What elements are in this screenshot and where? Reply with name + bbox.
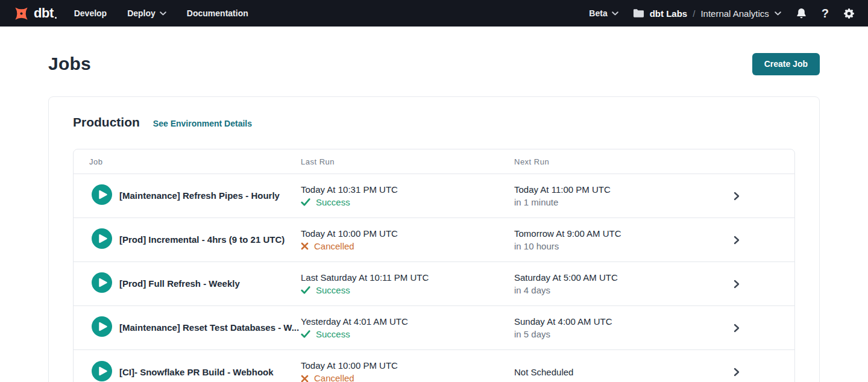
job-name[interactable]: [Maintenance] Reset Test Databases - W..… <box>119 322 299 333</box>
environment-name: Production <box>73 115 140 130</box>
next-run-relative: in 4 days <box>514 284 728 296</box>
page-title: Jobs <box>48 54 91 74</box>
beta-label: Beta <box>589 8 607 18</box>
last-run-time: Yesterday At 4:01 AM UTC <box>301 316 514 328</box>
x-icon <box>301 242 309 250</box>
last-run-status: Success <box>301 196 514 208</box>
next-run-time: Today At 11:00 PM UTC <box>514 184 728 196</box>
next-run-time: Saturday At 5:00 AM UTC <box>514 272 728 284</box>
table-row[interactable]: [Maintenance] Refresh Pipes - Hourly Tod… <box>74 174 794 218</box>
job-name[interactable]: [Prod] Incremental - 4hrs (9 to 21 UTC) <box>119 234 285 245</box>
last-run-status: Success <box>301 328 514 340</box>
job-play-cell <box>92 228 119 251</box>
beta-dropdown[interactable]: Beta <box>589 8 618 18</box>
last-run-cell: Today At 10:00 PM UTC Cancelled <box>301 228 514 252</box>
table-row[interactable]: [CI]- Snowflake PR Build - Webhook Today… <box>74 350 794 382</box>
chevron-down-icon <box>775 11 781 16</box>
status-label: Cancelled <box>314 240 354 252</box>
last-run-cell: Today At 10:31 PM UTC Success <box>301 184 514 208</box>
status-label: Success <box>316 328 350 340</box>
create-job-button[interactable]: Create Job <box>752 53 820 75</box>
column-header-job: Job <box>89 157 301 166</box>
last-run-time: Today At 10:00 PM UTC <box>301 360 514 372</box>
row-chevron-cell <box>728 236 740 245</box>
main-nav: Develop Deploy Documentation <box>74 8 248 18</box>
jobs-table: Job Last Run Next Run [Maintenance] Refr… <box>73 149 795 382</box>
environment-header: Production See Environment Details <box>73 115 795 132</box>
chevron-right-icon[interactable] <box>734 324 740 333</box>
chevron-right-icon[interactable] <box>734 368 740 377</box>
table-row[interactable]: [Prod] Full Refresh - Weekly Last Saturd… <box>74 262 794 306</box>
chevron-right-icon[interactable] <box>734 192 740 201</box>
gear-icon <box>843 8 855 19</box>
row-chevron-cell <box>728 280 740 289</box>
next-run-time: Not Scheduled <box>514 366 728 378</box>
last-run-cell: Today At 10:00 PM UTC Cancelled <box>301 360 514 382</box>
bell-icon <box>796 7 807 19</box>
nav-item-label: Develop <box>74 8 107 18</box>
check-icon <box>301 286 310 295</box>
last-run-status: Success <box>301 284 514 296</box>
run-job-play-icon[interactable] <box>92 272 112 293</box>
next-run-cell: Sunday At 4:00 AM UTC in 5 days <box>514 316 728 340</box>
column-header-next-run: Next Run <box>514 157 779 166</box>
job-name-cell: [Maintenance] Refresh Pipes - Hourly <box>119 190 301 201</box>
see-environment-details-link[interactable]: See Environment Details <box>153 119 252 128</box>
last-run-time: Today At 10:00 PM UTC <box>301 228 514 240</box>
last-run-time: Last Saturday At 10:11 PM UTC <box>301 272 514 284</box>
help-icon: ? <box>822 7 829 19</box>
next-run-relative: in 1 minute <box>514 196 728 208</box>
job-play-cell <box>92 316 119 339</box>
job-play-cell <box>92 184 119 207</box>
dbt-logo[interactable]: dbt <box>13 5 54 22</box>
project-name: Internal Analytics <box>700 8 769 19</box>
job-name-cell: [Prod] Incremental - 4hrs (9 to 21 UTC) <box>119 234 301 245</box>
next-run-relative: in 10 hours <box>514 240 728 252</box>
job-name[interactable]: [Prod] Full Refresh - Weekly <box>119 278 240 289</box>
last-run-time: Today At 10:31 PM UTC <box>301 184 514 196</box>
dbt-logo-icon <box>13 5 30 22</box>
nav-item-develop[interactable]: Develop <box>74 8 107 18</box>
jobs-table-header: Job Last Run Next Run <box>74 149 794 174</box>
column-header-last-run: Last Run <box>301 157 514 166</box>
job-play-cell <box>92 272 119 295</box>
job-name[interactable]: [Maintenance] Refresh Pipes - Hourly <box>119 190 280 201</box>
dbt-logo-wordmark: dbt <box>34 7 54 20</box>
next-run-cell: Tomorrow At 9:00 AM UTC in 10 hours <box>514 228 728 252</box>
nav-item-label: Deploy <box>127 8 156 18</box>
run-job-play-icon[interactable] <box>92 316 112 337</box>
last-run-cell: Yesterday At 4:01 AM UTC Success <box>301 316 514 340</box>
last-run-status: Cancelled <box>301 240 514 252</box>
job-name-cell: [Maintenance] Reset Test Databases - W..… <box>119 322 301 333</box>
page-header: Jobs Create Job <box>48 51 820 77</box>
check-icon <box>301 198 310 207</box>
project-switcher[interactable]: dbt Labs / Internal Analytics <box>633 8 781 19</box>
status-label: Success <box>316 196 350 208</box>
chevron-down-icon <box>160 11 166 16</box>
environment-card: Production See Environment Details Job L… <box>48 96 820 382</box>
job-name-cell: [Prod] Full Refresh - Weekly <box>119 278 301 289</box>
job-name-cell: [CI]- Snowflake PR Build - Webhook <box>119 367 301 378</box>
run-job-play-icon[interactable] <box>92 184 112 205</box>
help-button[interactable]: ? <box>822 7 829 19</box>
chevron-right-icon[interactable] <box>734 280 740 289</box>
nav-item-deploy[interactable]: Deploy <box>127 8 166 18</box>
run-job-play-icon[interactable] <box>92 361 112 381</box>
settings-button[interactable] <box>843 8 855 19</box>
x-icon <box>301 375 309 382</box>
check-icon <box>301 330 310 339</box>
folder-icon <box>633 8 644 18</box>
job-name[interactable]: [CI]- Snowflake PR Build - Webhook <box>119 367 274 377</box>
table-row[interactable]: [Maintenance] Reset Test Databases - W..… <box>74 306 794 350</box>
chevron-down-icon <box>612 11 618 16</box>
notifications-button[interactable] <box>796 7 807 19</box>
next-run-time: Tomorrow At 9:00 AM UTC <box>514 228 728 240</box>
last-run-status: Cancelled <box>301 372 514 382</box>
next-run-cell: Not Scheduled <box>514 366 728 378</box>
table-row[interactable]: [Prod] Incremental - 4hrs (9 to 21 UTC) … <box>74 218 794 262</box>
last-run-cell: Last Saturday At 10:11 PM UTC Success <box>301 272 514 296</box>
chevron-right-icon[interactable] <box>734 236 740 245</box>
nav-item-documentation[interactable]: Documentation <box>187 8 248 18</box>
job-play-cell <box>92 361 119 382</box>
run-job-play-icon[interactable] <box>92 228 112 249</box>
